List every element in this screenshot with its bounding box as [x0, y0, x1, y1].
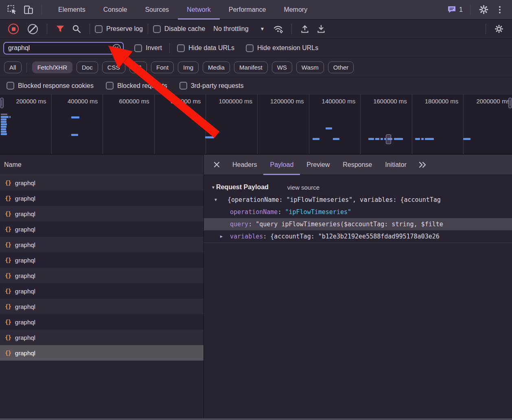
resource-type-chip[interactable]: Img: [178, 61, 199, 73]
hide-extension-urls-checkbox[interactable]: Hide extension URLs: [246, 44, 318, 52]
panel-tab[interactable]: Memory: [275, 0, 316, 20]
chip-label: All: [9, 64, 16, 71]
hide-data-urls-checkbox[interactable]: Hide data URLs: [177, 44, 234, 52]
request-row[interactable]: {} graphql: [0, 221, 203, 237]
request-timeline-bar: [1, 121, 7, 123]
detail-tab[interactable]: Headers: [226, 155, 263, 175]
request-row[interactable]: {} graphql: [0, 237, 203, 252]
request-detail-pane: Headers Payload Preview Response Initiat…: [203, 155, 512, 420]
detail-tab[interactable]: Payload: [263, 155, 300, 175]
resource-type-chip[interactable]: Doc: [77, 61, 98, 73]
panel-tab[interactable]: Network: [178, 0, 220, 20]
import-har-icon[interactable]: [298, 22, 311, 35]
request-timeline-bar: [71, 134, 78, 136]
name-column-header[interactable]: Name: [0, 155, 203, 175]
request-row[interactable]: {} graphql: [0, 314, 203, 330]
filter-checkbox[interactable]: 3rd-party requests: [179, 82, 244, 90]
panel-tab[interactable]: Sources: [136, 0, 178, 20]
invert-filter-checkbox[interactable]: Invert: [134, 44, 162, 52]
resource-type-chip[interactable]: Media: [203, 61, 230, 73]
network-overview-timeline[interactable]: 200000 ms 400000 ms 600000 ms 800000 ms …: [0, 94, 512, 155]
resource-type-chip[interactable]: All: [4, 61, 22, 73]
resource-type-chip[interactable]: Fetch/XHR: [32, 61, 72, 73]
collapse-triangle-icon[interactable]: ▼: [211, 185, 215, 190]
request-name: graphql: [15, 272, 35, 279]
search-network-icon[interactable]: [70, 22, 83, 35]
more-detail-tabs-icon[interactable]: [416, 158, 429, 172]
collapse-triangle-icon[interactable]: ▼: [214, 194, 217, 206]
payload-query-row[interactable]: query: "query ipFlowTimeseries($accountT…: [204, 218, 512, 230]
detail-tab[interactable]: Preview: [300, 155, 336, 175]
request-row[interactable]: {} graphql: [0, 175, 203, 190]
chip-label: JS: [135, 64, 142, 71]
invert-label: Invert: [146, 44, 162, 52]
chip-label: Media: [208, 64, 225, 71]
json-braces-icon: {}: [5, 350, 11, 356]
request-row[interactable]: {} graphql: [0, 330, 203, 345]
clear-filter-icon[interactable]: [112, 44, 121, 52]
request-row[interactable]: {} graphql: [0, 283, 203, 299]
view-source-link[interactable]: view source: [287, 184, 319, 191]
resource-type-chip[interactable]: Other: [328, 61, 354, 73]
preserve-log-checkbox[interactable]: Preserve log: [95, 25, 143, 33]
detail-tab[interactable]: Initiator: [379, 155, 413, 175]
resource-type-chip[interactable]: JS: [129, 61, 147, 73]
network-settings-gear-icon[interactable]: [492, 22, 505, 35]
resource-type-chip[interactable]: Font: [151, 61, 174, 73]
request-timeline-bar: [1, 116, 9, 118]
more-filters-row: Blocked response cookies Blocked request…: [0, 77, 512, 94]
chip-label: CSS: [107, 64, 120, 71]
payload-operation-row[interactable]: operationName: "ipFlowTimeseries": [204, 206, 512, 218]
filter-input[interactable]: [3, 42, 124, 55]
resource-type-chip[interactable]: WS: [272, 61, 292, 73]
export-har-icon[interactable]: [315, 22, 328, 35]
request-row[interactable]: {} graphql: [0, 268, 203, 283]
filter-toggle-icon[interactable]: [54, 22, 67, 35]
resource-type-chip[interactable]: Wasm: [296, 61, 324, 73]
resource-type-chip[interactable]: Manifest: [234, 61, 268, 73]
panel-tab[interactable]: Elements: [49, 0, 94, 20]
network-panes: Name {} graphql {} graphql {}: [0, 155, 512, 420]
disable-cache-checkbox[interactable]: Disable cache: [153, 25, 206, 33]
request-row[interactable]: {} graphql: [0, 345, 203, 361]
section-title: Request Payload: [216, 184, 269, 191]
network-conditions-icon[interactable]: [272, 22, 285, 35]
settings-gear-icon[interactable]: [477, 3, 490, 16]
main-tab-bar: Elements Console Sources Network Perform…: [0, 0, 512, 20]
request-row[interactable]: {} graphql: [0, 299, 203, 314]
filter-checkbox[interactable]: Blocked response cookies: [7, 82, 94, 90]
request-row[interactable]: {} graphql: [0, 252, 203, 268]
chip-label: Manifest: [239, 64, 263, 71]
payload-root-preview: {operationName: "ipFlowTimeseries", vari…: [228, 196, 441, 203]
wifi-gear-icon: [273, 24, 284, 34]
close-detail-icon[interactable]: [210, 158, 223, 172]
resource-type-chip[interactable]: CSS: [102, 61, 125, 73]
gear-icon: [479, 4, 489, 15]
throttling-dropdown[interactable]: No throttling ▼: [213, 25, 265, 33]
request-timeline-bar: [1, 133, 7, 135]
panel-tab[interactable]: Performance: [220, 0, 275, 20]
detail-tab-bar: Headers Payload Preview Response Initiat…: [204, 155, 512, 175]
filter-checkbox[interactable]: Blocked requests: [106, 82, 167, 90]
clear-network-log-button[interactable]: [28, 24, 38, 34]
record-network-log-button[interactable]: [8, 24, 19, 34]
inspect-element-icon[interactable]: [6, 3, 19, 16]
timeline-left-handle[interactable]: [0, 98, 4, 108]
request-name: graphql: [15, 319, 35, 326]
request-row[interactable]: {} graphql: [0, 190, 203, 206]
kebab-menu-icon[interactable]: [493, 3, 506, 16]
bottom-scrollbar-strip[interactable]: [0, 418, 512, 420]
request-name: graphql: [15, 179, 35, 186]
name-header-label: Name: [4, 161, 22, 168]
device-toolbar-icon[interactable]: [22, 3, 35, 16]
panel-tab-label: Memory: [284, 6, 307, 13]
issues-badge[interactable]: 1: [447, 5, 463, 14]
panel-tab-label: Network: [187, 6, 211, 13]
expand-triangle-icon[interactable]: ▶: [220, 230, 223, 243]
request-row[interactable]: {} graphql: [0, 206, 203, 221]
payload-variables-row[interactable]: ▶ variables: {accountTag: "b12e3b2192ee5…: [204, 230, 512, 243]
detail-tab[interactable]: Response: [336, 155, 379, 175]
panel-tab[interactable]: Console: [94, 0, 136, 20]
timeline-right-handle[interactable]: [508, 98, 512, 108]
payload-root-row[interactable]: ▼ {operationName: "ipFlowTimeseries", va…: [204, 194, 512, 206]
